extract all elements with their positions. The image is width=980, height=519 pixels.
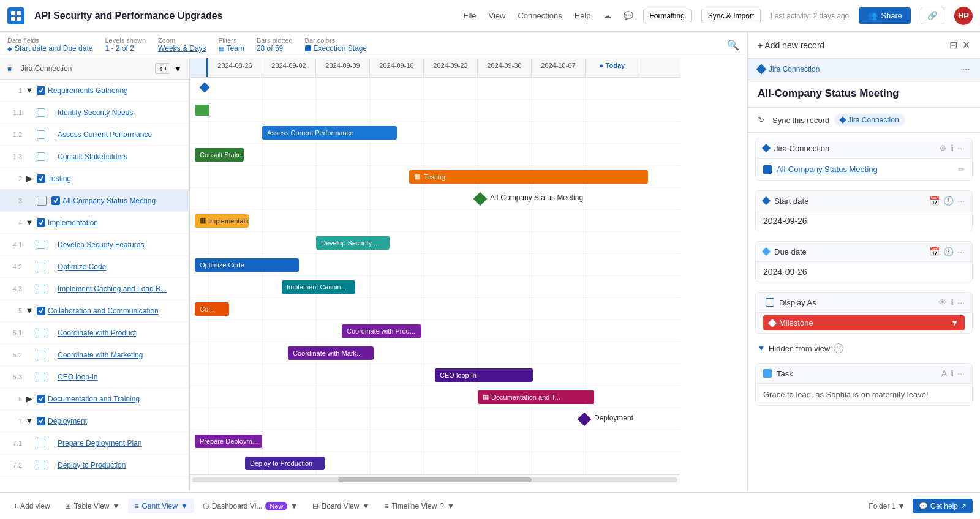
task-row[interactable]: 7.1 Prepare Deployment Plan <box>0 432 189 454</box>
more-icon-btn[interactable]: ··· <box>957 247 965 256</box>
formatting-button[interactable]: Formatting <box>643 9 692 23</box>
task-row[interactable]: 4.1 Develop Security Features <box>0 234 189 256</box>
task-row[interactable]: 4 ▼ Implementation <box>0 212 189 234</box>
zoom-value[interactable]: Weeks & Days <box>158 44 206 53</box>
task-name[interactable]: Optimize Code <box>58 263 184 271</box>
tab-table-view[interactable]: ⊞ Table View ▼ <box>59 499 126 513</box>
gantt-bar-caching[interactable]: Implement Cachin... <box>282 280 355 294</box>
menu-connections[interactable]: Connections <box>518 11 562 20</box>
add-view-button[interactable]: + Add view <box>7 499 56 513</box>
menu-file[interactable]: File <box>464 11 477 20</box>
tab-dropdown-icon[interactable]: ▼ <box>290 502 298 510</box>
task-checkbox[interactable] <box>37 86 45 95</box>
more-icon-btn[interactable]: ··· <box>957 368 965 378</box>
task-row[interactable]: 4.2 Optimize Code <box>0 256 189 278</box>
more-icon-btn[interactable]: ··· <box>957 143 965 153</box>
eye-icon-btn[interactable]: 👁 <box>938 297 947 307</box>
task-name[interactable]: Assess Current Performance <box>58 130 184 139</box>
bar-colors-value[interactable]: Execution Stage <box>305 44 367 53</box>
task-name[interactable]: Implement Caching and Load B... <box>58 285 184 293</box>
task-row[interactable]: 1.3 Consult Stakeholders <box>0 146 189 168</box>
task-name[interactable]: Requirements Gathering <box>48 86 184 95</box>
menu-help[interactable]: Help <box>575 11 591 20</box>
tab-board-view[interactable]: ⊟ Board View ▼ <box>306 499 375 513</box>
expand-btn[interactable]: ▶ <box>24 394 34 404</box>
task-row[interactable]: 5.3 CEO loop-in <box>0 366 189 388</box>
scrollbar-track[interactable] <box>192 477 677 482</box>
task-name[interactable]: Testing <box>48 174 184 183</box>
expand-btn[interactable]: ▼ <box>24 86 34 95</box>
gantt-bar-collab[interactable]: Co... <box>195 302 229 316</box>
gantt-bar-impl[interactable]: ▦Implementation <box>195 214 249 228</box>
task-row[interactable]: 7.2 Deploy to Production <box>0 454 189 476</box>
task-checkbox[interactable] <box>37 395 45 403</box>
task-row[interactable]: 5.2 Coordinate with Marketing <box>0 344 189 366</box>
folder-dropdown-icon[interactable]: ▼ <box>898 502 905 510</box>
task-name[interactable]: Coordinate with Marketing <box>58 351 184 359</box>
filters-value[interactable]: ▦ Team <box>219 44 244 53</box>
menu-view[interactable]: View <box>489 11 506 20</box>
gantt-bar-testing[interactable]: ▦Testing <box>409 170 648 184</box>
tag-icon-btn[interactable]: 🏷 <box>155 63 170 74</box>
expand-btn[interactable]: ▼ <box>24 416 34 426</box>
help-icon[interactable]: ? <box>440 502 444 510</box>
task-row[interactable]: 2 ▶ Testing <box>0 168 189 190</box>
deployment-diamond[interactable] <box>578 413 592 427</box>
gantt-bar-assess[interactable]: Assess Current Performance <box>262 126 397 140</box>
expand-btn[interactable]: ▼ <box>24 306 34 316</box>
due-date-value[interactable]: 2024-09-26 <box>756 262 972 282</box>
tab-dropdown-icon[interactable]: ▼ <box>447 502 454 510</box>
tab-dropdown-icon[interactable]: ▼ <box>181 502 188 510</box>
task-row[interactable]: 1.1 Identify Security Needs <box>0 102 189 124</box>
clock-icon-btn[interactable]: 🕐 <box>943 247 954 256</box>
text-icon-btn[interactable]: A <box>941 368 947 378</box>
gantt-bar-prep[interactable]: Prepare Deploym... <box>195 435 262 448</box>
task-checkbox[interactable] <box>37 307 45 315</box>
tab-dropdown-icon[interactable]: ▼ <box>362 502 369 510</box>
task-name[interactable]: Collaboration and Communication <box>48 307 184 315</box>
jira-more-btn[interactable]: ··· <box>962 64 970 75</box>
task-row[interactable]: 3 All-Company Status Meeting <box>0 190 189 212</box>
search-button[interactable]: 🔍 <box>727 39 739 51</box>
gantt-bar-ceo[interactable]: CEO loop-in <box>435 368 533 382</box>
gantt-bar-coord-mkt[interactable]: Coordinate with Mark... <box>288 346 374 360</box>
task-checkbox[interactable] <box>37 417 45 425</box>
tab-timeline-view[interactable]: ≡ Timeline View ? ▼ <box>378 499 461 513</box>
gantt-bar-small[interactable] <box>195 105 209 116</box>
chat-icon[interactable]: 💬 <box>624 11 633 20</box>
jira-connection-tag[interactable]: Jira Connection <box>834 114 905 126</box>
more-icon-btn[interactable]: ··· <box>957 196 965 206</box>
task-name[interactable]: Identify Security Needs <box>58 108 184 117</box>
task-row[interactable]: 5 ▼ Collaboration and Communication <box>0 300 189 322</box>
start-date-value[interactable]: 2024-09-26 <box>756 211 972 231</box>
info-icon-btn[interactable]: ℹ <box>951 368 954 378</box>
settings-icon-btn[interactable]: ⚙ <box>939 143 947 153</box>
share-button[interactable]: 👥 Share <box>859 7 911 24</box>
scrollbar-thumb[interactable] <box>338 477 532 482</box>
expand-btn[interactable]: ▶ <box>24 174 34 184</box>
minimize-btn[interactable]: ⊟ <box>949 39 957 51</box>
user-avatar[interactable]: HP <box>954 7 973 25</box>
gantt-bar-doc[interactable]: ▦Documentation and T... <box>478 390 594 404</box>
task-name[interactable]: Documentation and Training <box>48 395 184 403</box>
task-row[interactable]: 6 ▶ Documentation and Training <box>0 388 189 410</box>
field-list-text[interactable]: All-Company Status Meeting <box>777 165 953 174</box>
task-row[interactable]: 1 ▼ Requirements Gathering <box>0 80 189 102</box>
task-name[interactable]: Deploy to Production <box>58 461 184 469</box>
task-name[interactable]: Deployment <box>48 417 184 425</box>
chart-scrollbar[interactable] <box>190 474 680 484</box>
tab-gantt-view[interactable]: ≡ Gantt View ▼ <box>128 499 194 513</box>
more-btn[interactable]: ▼ <box>174 63 182 74</box>
clock-icon-btn[interactable]: 🕐 <box>943 196 954 206</box>
task-name[interactable]: Coordinate with Product <box>58 329 184 337</box>
info-icon-btn[interactable]: ℹ <box>951 143 954 153</box>
milestone-diamond-green[interactable] <box>473 192 488 206</box>
task-name[interactable]: Develop Security Features <box>58 241 184 249</box>
help-button[interactable]: 💬 Get help ↗ <box>913 499 973 513</box>
add-record-button[interactable]: + Add new record <box>758 40 824 50</box>
task-checkbox[interactable] <box>37 174 45 183</box>
gantt-bar-consult[interactable]: Consult Stake... <box>195 148 244 162</box>
help-circle-icon[interactable]: ? <box>834 343 843 353</box>
calendar-icon-btn[interactable]: 📅 <box>929 247 940 256</box>
milestone-select[interactable]: Milestone ▼ <box>763 315 965 330</box>
